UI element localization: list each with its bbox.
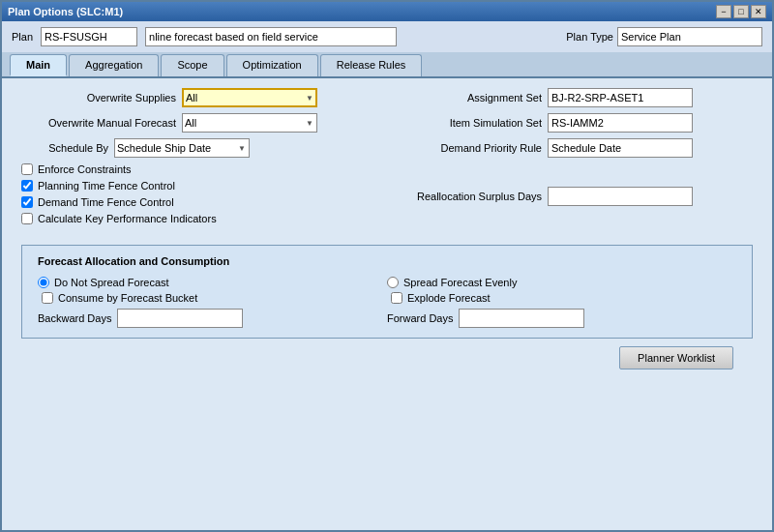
forward-days-input[interactable]	[459, 309, 584, 328]
overwrite-manual-label: Overwrite Manual Forecast	[21, 117, 176, 129]
window-title: Plan Options (SLC:M1)	[8, 6, 123, 17]
overwrite-manual-row: Overwrite Manual Forecast All None	[21, 113, 368, 133]
explode-forecast-row: Explode Forecast	[391, 292, 736, 304]
enforce-constraints-checkbox[interactable]	[21, 163, 33, 175]
demand-priority-row: Demand Priority Rule	[406, 138, 753, 158]
main-content: Overwrite Supplies All None Outside Plan…	[2, 78, 772, 530]
right-column: Assignment Set Item Simulation Set Deman…	[387, 88, 753, 229]
planning-fence-row: Planning Time Fence Control	[21, 180, 368, 192]
schedule-by-select[interactable]: Schedule Ship Date Schedule Arrival Date	[114, 138, 250, 158]
forward-days-label: Forward Days	[387, 312, 453, 324]
plan-desc-input[interactable]	[145, 27, 397, 46]
enforce-constraints-row: Enforce Constraints	[21, 163, 368, 175]
demand-priority-label: Demand Priority Rule	[406, 142, 542, 154]
kpi-row: Calculate Key Performance Indicators	[21, 213, 368, 224]
assignment-set-input[interactable]	[548, 88, 693, 107]
tab-bar: Main Aggregation Scope Optimization Rele…	[2, 52, 772, 78]
demand-fence-label: Demand Time Fence Control	[38, 196, 174, 208]
consume-bucket-row: Consume by Forecast Bucket	[42, 292, 387, 304]
overwrite-supplies-row: Overwrite Supplies All None Outside Plan…	[21, 88, 368, 107]
plan-type-label: Plan Type	[566, 31, 613, 43]
minimize-button[interactable]: −	[716, 5, 731, 18]
tab-aggregation[interactable]: Aggregation	[69, 54, 159, 76]
do-not-spread-radio[interactable]	[38, 277, 49, 288]
reallocation-input[interactable]	[548, 187, 693, 206]
consume-bucket-label: Consume by Forecast Bucket	[58, 292, 197, 304]
overwrite-supplies-wrapper: All None Outside Planning Time Fence	[182, 88, 317, 107]
schedule-by-label: Schedule By	[21, 142, 108, 154]
overwrite-supplies-select[interactable]: All None Outside Planning Time Fence	[182, 88, 317, 107]
do-not-spread-label: Do Not Spread Forecast	[54, 277, 169, 288]
forecast-box-title: Forecast Allocation and Consumption	[38, 255, 736, 267]
tab-release-rules[interactable]: Release Rules	[320, 54, 423, 76]
kpi-checkbox[interactable]	[21, 213, 33, 224]
reallocation-row: Reallocation Surplus Days	[406, 187, 753, 206]
title-bar: Plan Options (SLC:M1) − □ ✕	[2, 2, 772, 21]
reallocation-label: Reallocation Surplus Days	[406, 191, 542, 202]
schedule-by-row: Schedule By Schedule Ship Date Schedule …	[21, 138, 368, 158]
tab-optimization[interactable]: Optimization	[226, 54, 318, 76]
backward-days-label: Backward Days	[38, 312, 111, 324]
main-window: Plan Options (SLC:M1) − □ ✕ Plan Plan Ty…	[0, 0, 774, 532]
form-section: Overwrite Supplies All None Outside Plan…	[21, 88, 753, 229]
demand-fence-checkbox[interactable]	[21, 196, 33, 208]
plan-type-input[interactable]	[617, 27, 762, 46]
checkboxes-group: Enforce Constraints Planning Time Fence …	[21, 163, 368, 224]
plan-type-group: Plan Type	[566, 27, 762, 46]
tab-scope[interactable]: Scope	[161, 54, 223, 76]
maximize-button[interactable]: □	[733, 5, 749, 18]
item-simulation-label: Item Simulation Set	[406, 117, 542, 129]
spread-evenly-row: Spread Forecast Evenly	[387, 277, 736, 288]
overwrite-manual-wrapper: All None	[182, 113, 317, 133]
plan-label: Plan	[12, 31, 33, 43]
backward-days-input[interactable]	[117, 309, 243, 328]
enforce-constraints-label: Enforce Constraints	[38, 163, 132, 175]
planning-fence-checkbox[interactable]	[21, 180, 33, 192]
explode-forecast-label: Explode Forecast	[407, 292, 491, 304]
forecast-allocation-box: Forecast Allocation and Consumption Do N…	[21, 245, 753, 339]
explode-forecast-checkbox[interactable]	[391, 292, 402, 304]
overwrite-supplies-label: Overwrite Supplies	[21, 92, 176, 103]
spread-evenly-label: Spread Forecast Evenly	[403, 277, 517, 288]
window-controls: − □ ✕	[716, 5, 766, 18]
left-column: Overwrite Supplies All None Outside Plan…	[21, 88, 387, 229]
schedule-by-wrapper: Schedule Ship Date Schedule Arrival Date	[114, 138, 250, 158]
plan-header: Plan Plan Type	[2, 21, 772, 52]
bottom-bar: Planner Worklist	[21, 339, 753, 377]
forecast-grid: Do Not Spread Forecast Consume by Foreca…	[38, 277, 736, 328]
do-not-spread-row: Do Not Spread Forecast	[38, 277, 387, 288]
assignment-set-row: Assignment Set	[406, 88, 753, 107]
forward-days-row: Forward Days	[387, 309, 736, 328]
forecast-right: Spread Forecast Evenly Explode Forecast …	[387, 277, 736, 328]
spread-evenly-radio[interactable]	[387, 277, 399, 288]
item-simulation-input[interactable]	[548, 113, 693, 133]
planner-worklist-button[interactable]: Planner Worklist	[619, 346, 733, 369]
kpi-label: Calculate Key Performance Indicators	[38, 213, 217, 224]
forecast-left: Do Not Spread Forecast Consume by Foreca…	[38, 277, 387, 328]
consume-bucket-checkbox[interactable]	[42, 292, 53, 304]
plan-name-input[interactable]	[41, 27, 137, 46]
item-simulation-row: Item Simulation Set	[406, 113, 753, 133]
tab-main[interactable]: Main	[10, 54, 67, 76]
assignment-set-label: Assignment Set	[406, 92, 542, 103]
demand-fence-row: Demand Time Fence Control	[21, 196, 368, 208]
overwrite-manual-select[interactable]: All None	[182, 113, 317, 133]
backward-days-row: Backward Days	[38, 309, 387, 328]
planning-fence-label: Planning Time Fence Control	[38, 180, 175, 192]
close-button[interactable]: ✕	[751, 5, 766, 18]
demand-priority-input[interactable]	[548, 138, 693, 158]
